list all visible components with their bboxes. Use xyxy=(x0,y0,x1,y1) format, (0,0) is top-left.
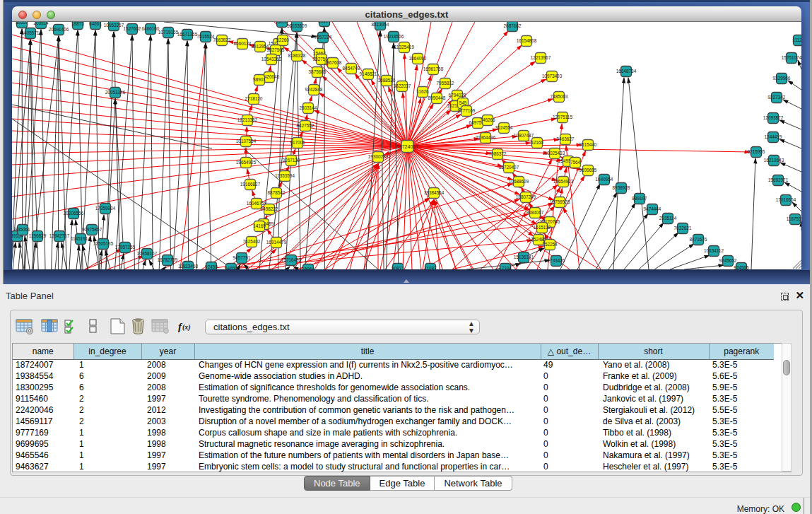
svg-text:9699695: 9699695 xyxy=(579,168,597,173)
svg-text:9146821: 9146821 xyxy=(360,71,377,76)
svg-text:90975867: 90975867 xyxy=(82,227,102,232)
svg-text:6794028: 6794028 xyxy=(449,93,466,98)
svg-text:10025433: 10025433 xyxy=(545,151,565,156)
svg-text:1167533: 1167533 xyxy=(787,216,801,221)
svg-text:10688609: 10688609 xyxy=(509,179,529,184)
svg-text:9777169: 9777169 xyxy=(458,108,476,113)
svg-text:19692971: 19692971 xyxy=(768,177,789,182)
svg-text:15716485: 15716485 xyxy=(281,257,302,262)
svg-text:7955812: 7955812 xyxy=(437,81,454,86)
svg-text:746266: 746266 xyxy=(480,117,495,122)
svg-text:1588520: 1588520 xyxy=(378,78,396,83)
svg-text:7986372: 7986372 xyxy=(489,151,507,156)
svg-text:7485063: 7485063 xyxy=(551,94,568,99)
svg-text:12213967: 12213967 xyxy=(531,55,551,60)
svg-text:9227342: 9227342 xyxy=(768,95,786,100)
svg-text:8813054: 8813054 xyxy=(372,22,389,27)
svg-text:7632621: 7632621 xyxy=(674,226,692,230)
svg-text:20053346: 20053346 xyxy=(105,90,126,95)
svg-text:16671355: 16671355 xyxy=(177,32,198,37)
svg-text:30557: 30557 xyxy=(16,22,28,25)
svg-text:7625402: 7625402 xyxy=(243,239,261,244)
svg-text:1405571: 1405571 xyxy=(22,30,40,35)
svg-text:92450: 92450 xyxy=(205,264,218,269)
svg-text:924565: 924565 xyxy=(734,265,749,269)
svg-text:9329966: 9329966 xyxy=(773,76,791,81)
svg-text:14169: 14169 xyxy=(253,223,266,228)
svg-text:5498222: 5498222 xyxy=(261,206,278,211)
svg-text:8215955: 8215955 xyxy=(748,149,765,154)
svg-text:12505135: 12505135 xyxy=(93,241,114,246)
svg-text:10973493: 10973493 xyxy=(542,74,563,78)
svg-text:9515440: 9515440 xyxy=(579,142,597,147)
svg-text:15751074: 15751074 xyxy=(782,55,801,60)
svg-text:19218506: 19218506 xyxy=(384,34,404,39)
svg-text:19654923: 19654923 xyxy=(553,179,574,184)
svg-text:19756928: 19756928 xyxy=(550,199,570,204)
svg-text:1864092: 1864092 xyxy=(409,56,427,61)
svg-text:12942757: 12942757 xyxy=(49,233,70,238)
svg-text:90871: 90871 xyxy=(392,266,404,269)
svg-text:9457791: 9457791 xyxy=(233,255,251,260)
svg-text:6466160: 6466160 xyxy=(142,26,160,31)
svg-text:81304: 81304 xyxy=(318,22,331,23)
svg-text:252254: 252254 xyxy=(542,242,558,247)
svg-text:9463627: 9463627 xyxy=(557,136,575,141)
svg-text:3624554: 3624554 xyxy=(495,125,513,130)
svg-text:94650: 94650 xyxy=(225,266,237,269)
svg-text:3822037: 3822037 xyxy=(394,83,411,88)
svg-text:1244419: 1244419 xyxy=(765,134,782,139)
svg-text:3875685: 3875685 xyxy=(309,69,326,74)
svg-text:52260: 52260 xyxy=(276,37,289,42)
svg-text:7564: 7564 xyxy=(570,160,581,165)
svg-text:15136141: 15136141 xyxy=(514,255,534,259)
svg-text:(x): (x) xyxy=(182,323,191,332)
svg-text:20691406: 20691406 xyxy=(49,27,69,32)
svg-text:1527602: 1527602 xyxy=(124,26,141,31)
svg-text:8878542: 8878542 xyxy=(268,190,286,195)
svg-text:19384554: 19384554 xyxy=(424,190,445,195)
svg-text:2087682: 2087682 xyxy=(504,23,522,28)
svg-text:10719155: 10719155 xyxy=(158,30,179,35)
svg-text:16154808: 16154808 xyxy=(517,38,537,43)
svg-text:12213382: 12213382 xyxy=(237,117,258,122)
svg-text:11451914: 11451914 xyxy=(71,236,90,241)
svg-text:2718120: 2718120 xyxy=(245,96,263,101)
svg-text:21364436: 21364436 xyxy=(476,135,496,140)
svg-text:16033809: 16033809 xyxy=(287,23,307,28)
svg-text:209914: 209914 xyxy=(33,22,49,25)
svg-text:98901: 98901 xyxy=(253,77,266,82)
svg-text:1640954: 1640954 xyxy=(596,177,613,182)
svg-text:11087: 11087 xyxy=(424,266,437,269)
svg-text:8958928: 8958928 xyxy=(613,185,630,190)
svg-text:835061: 835061 xyxy=(15,227,30,232)
svg-text:8427552: 8427552 xyxy=(297,123,314,128)
svg-text:917006: 917006 xyxy=(290,140,305,145)
svg-text:889197: 889197 xyxy=(632,196,647,201)
svg-text:7663822: 7663822 xyxy=(213,37,231,42)
svg-text:20206556: 20206556 xyxy=(64,211,84,216)
svg-text:10958107: 10958107 xyxy=(137,251,158,256)
svg-text:1615132: 1615132 xyxy=(534,225,551,230)
svg-text:12093872: 12093872 xyxy=(763,115,784,120)
svg-text:16961758: 16961758 xyxy=(423,66,444,71)
svg-text:8471676: 8471676 xyxy=(690,237,707,242)
svg-text:17359934: 17359934 xyxy=(95,206,116,211)
svg-text:10543362: 10543362 xyxy=(261,57,282,62)
svg-text:17957255: 17957255 xyxy=(115,245,136,250)
svg-text:8186328: 8186328 xyxy=(288,53,306,58)
svg-text:8660124: 8660124 xyxy=(234,41,252,46)
svg-text:11626: 11626 xyxy=(416,89,429,94)
svg-text:9245652: 9245652 xyxy=(719,258,737,263)
svg-text:19166827: 19166827 xyxy=(240,182,261,187)
svg-text:9327505: 9327505 xyxy=(267,47,285,52)
svg-text:7857224: 7857224 xyxy=(314,35,332,40)
svg-text:9084067: 9084067 xyxy=(526,210,544,215)
svg-text:1156829: 1156829 xyxy=(29,233,47,238)
svg-text:16914479: 16914479 xyxy=(266,240,287,245)
svg-text:2803144: 2803144 xyxy=(300,105,317,110)
svg-text:62160: 62160 xyxy=(531,140,543,145)
svg-text:10653267: 10653267 xyxy=(104,23,124,28)
svg-text:16648784: 16648784 xyxy=(616,69,637,74)
svg-text:9474444: 9474444 xyxy=(644,206,661,211)
